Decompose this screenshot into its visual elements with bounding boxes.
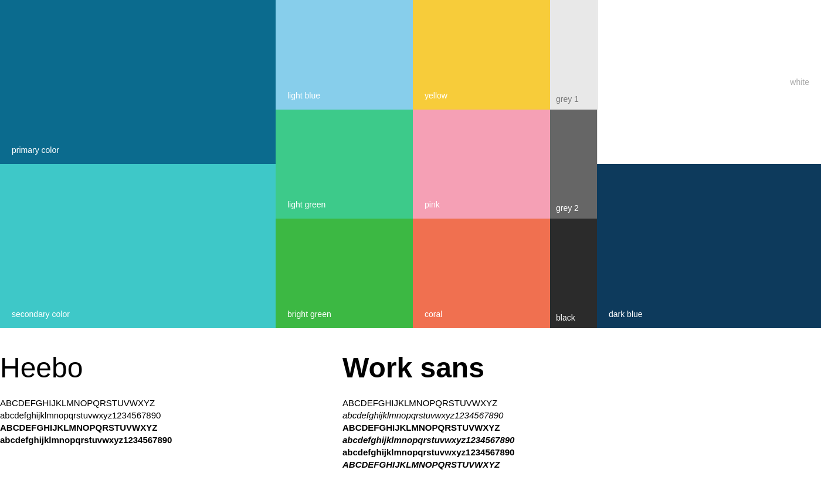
swatch-light-blue: light blue xyxy=(276,0,413,110)
swatch-yellow: yellow xyxy=(413,0,550,110)
coral-label: coral xyxy=(425,309,442,319)
swatch-coral: coral xyxy=(413,219,550,328)
black-label: black xyxy=(556,313,575,322)
ws-line-1: ABCDEFGHIJKLMNOPQRSTUVWXYZ xyxy=(342,398,821,408)
col-blues-greens: light blue light green bright green xyxy=(276,0,413,328)
swatch-white: white xyxy=(597,0,821,164)
heebo-line-2: abcdefghijklmnopqrstuvwxyz1234567890 xyxy=(0,410,319,420)
light-blue-label: light blue xyxy=(287,91,320,100)
swatch-pink: pink xyxy=(413,110,550,219)
grey2-label: grey 2 xyxy=(556,203,579,213)
ws-line-6: ABCDEFGHIJKLMNOPQRSTUVWXYZ xyxy=(342,459,821,469)
worksans-font-name: Work sans xyxy=(342,352,821,384)
swatch-bright-green: bright green xyxy=(276,219,413,328)
col-greys: grey 1 grey 2 black xyxy=(550,0,597,328)
swatches-section: primary color secondary color light blue… xyxy=(0,0,821,328)
ws-line-5: abcdefghijklmnopqrstuvwxyz1234567890 xyxy=(342,447,821,457)
swatch-secondary: secondary color xyxy=(0,164,276,328)
pink-label: pink xyxy=(425,200,440,209)
ws-line-4: abcdefghijklmnopqrstuvwxyz1234567890 xyxy=(342,435,821,445)
secondary-label: secondary color xyxy=(12,309,70,319)
typography-section: Heebo ABCDEFGHIJKLMNOPQRSTUVWXYZ abcdefg… xyxy=(0,328,821,495)
dark-blue-label: dark blue xyxy=(609,309,643,319)
heebo-line-4: abcdefghijklmnopqrstuvwxyz1234567890 xyxy=(0,435,319,445)
swatch-black: black xyxy=(550,219,597,328)
col-primary-secondary: primary color secondary color xyxy=(0,0,276,328)
swatch-primary: primary color xyxy=(0,0,276,164)
bright-green-label: bright green xyxy=(287,309,331,319)
white-label: white xyxy=(790,77,809,87)
light-green-label: light green xyxy=(287,200,325,209)
yellow-label: yellow xyxy=(425,91,447,100)
swatch-light-green: light green xyxy=(276,110,413,219)
ws-line-3: ABCDEFGHIJKLMNOPQRSTUVWXYZ xyxy=(342,423,821,433)
swatch-darkblue: dark blue xyxy=(597,164,821,328)
swatch-grey2: grey 2 xyxy=(550,110,597,219)
col-warm: yellow pink coral xyxy=(413,0,550,328)
grey1-label: grey 1 xyxy=(556,94,579,104)
worksans-col: Work sans ABCDEFGHIJKLMNOPQRSTUVWXYZ abc… xyxy=(331,352,821,472)
col-white-darkblue: white dark blue xyxy=(597,0,821,328)
ws-line-2: abcdefghijklmnopqrstuvwxyz1234567890 xyxy=(342,410,821,420)
heebo-col: Heebo ABCDEFGHIJKLMNOPQRSTUVWXYZ abcdefg… xyxy=(0,352,331,472)
primary-label: primary color xyxy=(12,145,59,155)
heebo-line-1: ABCDEFGHIJKLMNOPQRSTUVWXYZ xyxy=(0,398,319,408)
heebo-font-name: Heebo xyxy=(0,352,319,384)
heebo-line-3: ABCDEFGHIJKLMNOPQRSTUVWXYZ xyxy=(0,423,319,433)
swatch-grey1: grey 1 xyxy=(550,0,597,110)
